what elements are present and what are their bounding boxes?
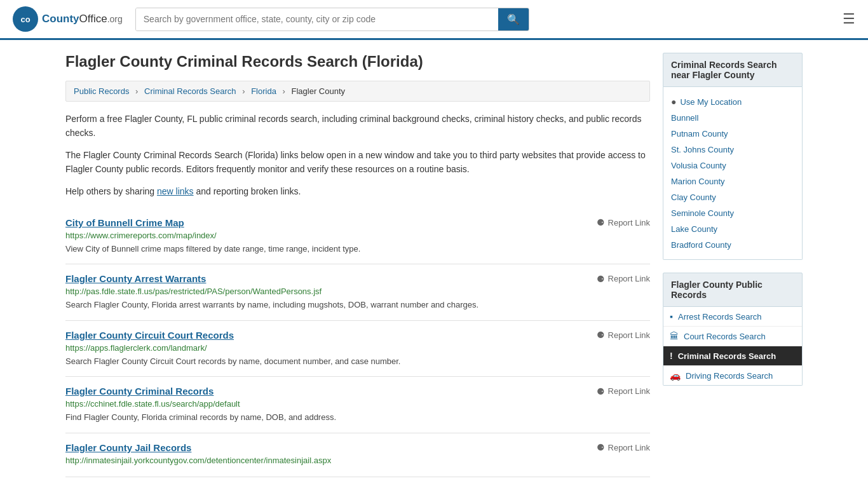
records-links-body: ▪Arrest Records Search🏛Court Records Sea… [663,307,803,386]
breadcrumb-current: Flagler County [291,86,345,96]
records-link-0[interactable]: ▪Arrest Records Search [663,307,802,327]
help-text: Help others by sharing new links and rep… [65,184,650,198]
breadcrumb-criminal-records[interactable]: Criminal Records Search [144,86,236,96]
records-heading: Flagler County Public Records [663,273,803,307]
result-item-1: Flagler County Arrest Warrants ⚈ Report … [65,264,650,321]
report-link-1[interactable]: ⚈ Report Link [597,274,650,284]
result-header-0: City of Bunnell Crime Map ⚈ Report Link [65,217,650,228]
nearby-link-4[interactable]: Marion County [671,173,794,189]
result-header-3: Flagler County Criminal Records ⚈ Report… [65,386,650,396]
result-title-1[interactable]: Flagler County Arrest Warrants [65,273,206,284]
result-url-1: http://pas.fdle.state.fl.us/pas/restrict… [65,287,650,296]
sidebar: Criminal Records Search near Flagler Cou… [663,53,803,477]
svg-text:co: co [20,15,30,24]
search-button[interactable]: 🔍 [498,8,529,30]
result-desc-2: Search Flagler County Circuit Court reco… [65,355,650,368]
report-link-0[interactable]: ⚈ Report Link [597,217,650,227]
report-icon-0: ⚈ [597,217,605,227]
records-label-0: Arrest Records Search [678,312,762,322]
records-icon-0: ▪ [670,311,673,322]
logo-link[interactable]: co CountyOffice.org [13,6,123,32]
result-header-1: Flagler County Arrest Warrants ⚈ Report … [65,273,650,284]
nearby-link-1[interactable]: Putnam County [671,126,794,142]
records-icon-3: 🚗 [670,370,681,381]
report-link-3[interactable]: ⚈ Report Link [597,386,650,396]
result-item-0: City of Bunnell Crime Map ⚈ Report Link … [65,208,650,265]
logo-domain: .org [107,14,123,24]
records-icon-2: ! [670,351,673,361]
nearby-section: Criminal Records Search near Flagler Cou… [663,53,803,260]
breadcrumb-florida[interactable]: Florida [251,86,276,96]
logo-org: Office [79,13,107,25]
result-title-3[interactable]: Flagler County Criminal Records [65,386,214,396]
new-links-link[interactable]: new links [157,186,194,196]
page-title: Flagler County Criminal Records Search (… [65,53,650,71]
results-list: City of Bunnell Crime Map ⚈ Report Link … [65,208,650,477]
description-1: Perform a free Flagler County, FL public… [65,112,650,140]
report-icon-1: ⚈ [597,274,605,284]
search-input[interactable] [136,8,498,30]
nearby-links: BunnellPutnam CountySt. Johns CountyVolu… [671,110,794,253]
records-section: Flagler County Public Records ▪Arrest Re… [663,273,803,386]
result-item-2: Flagler County Circuit Court Records ⚈ R… [65,321,650,377]
nearby-heading: Criminal Records Search near Flagler Cou… [663,53,803,87]
use-my-location-link[interactable]: ● Use My Location [671,93,794,110]
result-title-0[interactable]: City of Bunnell Crime Map [65,217,184,228]
nearby-link-5[interactable]: Clay County [671,189,794,205]
site-header: co CountyOffice.org 🔍 ☰ [0,0,868,40]
result-item-3: Flagler County Criminal Records ⚈ Report… [65,377,650,433]
result-item-4: Flagler County Jail Records ⚈ Report Lin… [65,433,650,477]
nearby-link-7[interactable]: Lake County [671,221,794,237]
main-content: Flagler County Criminal Records Search (… [65,53,650,477]
records-label-2: Criminal Records Search [678,351,776,361]
location-pin-icon: ● [671,97,676,107]
result-url-4: http://inmatesinjail.yorkcountygov.com/d… [65,456,650,465]
records-icon-1: 🏛 [670,331,679,341]
nearby-link-6[interactable]: Seminole County [671,205,794,221]
result-desc-3: Find Flagler County, Florida criminal re… [65,411,650,424]
search-bar: 🔍 [135,8,529,31]
result-desc-1: Search Flagler County, Florida arrest wa… [65,299,650,311]
records-link-3[interactable]: 🚗Driving Records Search [663,366,802,385]
description-2: The Flagler County Criminal Records Sear… [65,148,650,177]
report-link-4[interactable]: ⚈ Report Link [597,442,650,452]
report-icon-3: ⚈ [597,386,605,396]
report-icon-4: ⚈ [597,442,605,452]
result-url-2: https://apps.flaglerclerk.com/landmark/ [65,343,650,353]
nearby-link-3[interactable]: Volusia County [671,158,794,173]
records-label-3: Driving Records Search [686,371,773,381]
search-icon: 🔍 [507,14,520,25]
breadcrumb: Public Records › Criminal Records Search… [65,81,650,102]
nearby-link-2[interactable]: St. Johns County [671,142,794,158]
nearby-link-0[interactable]: Bunnell [671,110,794,126]
result-title-4[interactable]: Flagler County Jail Records [65,442,191,453]
nearby-body: ● Use My Location BunnellPutnam CountySt… [663,87,803,260]
nearby-link-8[interactable]: Bradford County [671,237,794,253]
page-container: Flagler County Criminal Records Search (… [53,40,815,488]
report-link-2[interactable]: ⚈ Report Link [597,330,650,340]
report-icon-2: ⚈ [597,330,605,340]
result-desc-0: View City of Bunnell crime maps filtered… [65,243,650,255]
result-url-0: https://www.crimereports.com/map/index/ [65,231,650,240]
result-title-2[interactable]: Flagler County Circuit Court Records [65,330,234,341]
records-label-1: Court Records Search [684,332,766,341]
result-header-4: Flagler County Jail Records ⚈ Report Lin… [65,442,650,453]
records-link-1[interactable]: 🏛Court Records Search [663,327,802,346]
breadcrumb-public-records[interactable]: Public Records [74,86,129,96]
result-url-3: https://cchinet.fdle.state.fl.us/search/… [65,399,650,409]
hamburger-menu-button[interactable]: ☰ [843,11,855,27]
records-link-2[interactable]: !Criminal Records Search [663,346,802,366]
logo-text: County [42,13,79,25]
logo-icon: co [13,6,38,32]
result-header-2: Flagler County Circuit Court Records ⚈ R… [65,330,650,341]
